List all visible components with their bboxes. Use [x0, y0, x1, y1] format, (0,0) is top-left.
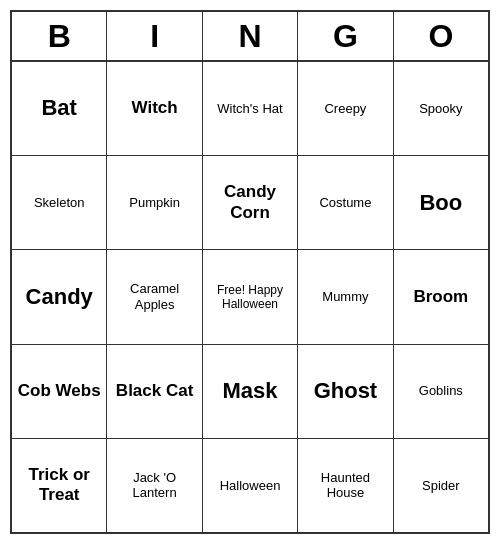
cell-3-2: Mask	[203, 345, 298, 438]
header-letter-b: B	[12, 12, 107, 60]
cell-3-0: Cob Webs	[12, 345, 107, 438]
cell-3-1: Black Cat	[107, 345, 202, 438]
cell-3-4: Goblins	[394, 345, 488, 438]
row-1: SkeletonPumpkinCandy CornCostumeBoo	[12, 156, 488, 250]
cell-4-1: Jack 'O Lantern	[107, 439, 202, 532]
cell-0-4: Spooky	[394, 62, 488, 155]
header-letter-o: O	[394, 12, 488, 60]
cell-0-1: Witch	[107, 62, 202, 155]
cell-2-2: Free! Happy Halloween	[203, 250, 298, 343]
bingo-header: BINGO	[12, 12, 488, 62]
header-letter-n: N	[203, 12, 298, 60]
cell-2-1: Caramel Apples	[107, 250, 202, 343]
header-letter-g: G	[298, 12, 393, 60]
bingo-grid: BatWitchWitch's HatCreepySpookySkeletonP…	[12, 62, 488, 532]
cell-2-0: Candy	[12, 250, 107, 343]
cell-1-4: Boo	[394, 156, 488, 249]
cell-3-3: Ghost	[298, 345, 393, 438]
header-letter-i: I	[107, 12, 202, 60]
cell-1-2: Candy Corn	[203, 156, 298, 249]
cell-1-1: Pumpkin	[107, 156, 202, 249]
cell-1-0: Skeleton	[12, 156, 107, 249]
row-4: Trick or TreatJack 'O LanternHalloweenHa…	[12, 439, 488, 532]
cell-1-3: Costume	[298, 156, 393, 249]
cell-4-3: Haunted House	[298, 439, 393, 532]
cell-0-3: Creepy	[298, 62, 393, 155]
bingo-card: BINGO BatWitchWitch's HatCreepySpookySke…	[10, 10, 490, 534]
cell-2-3: Mummy	[298, 250, 393, 343]
cell-2-4: Broom	[394, 250, 488, 343]
row-2: CandyCaramel ApplesFree! Happy Halloween…	[12, 250, 488, 344]
row-0: BatWitchWitch's HatCreepySpooky	[12, 62, 488, 156]
cell-4-0: Trick or Treat	[12, 439, 107, 532]
cell-4-4: Spider	[394, 439, 488, 532]
cell-0-2: Witch's Hat	[203, 62, 298, 155]
cell-0-0: Bat	[12, 62, 107, 155]
row-3: Cob WebsBlack CatMaskGhostGoblins	[12, 345, 488, 439]
cell-4-2: Halloween	[203, 439, 298, 532]
